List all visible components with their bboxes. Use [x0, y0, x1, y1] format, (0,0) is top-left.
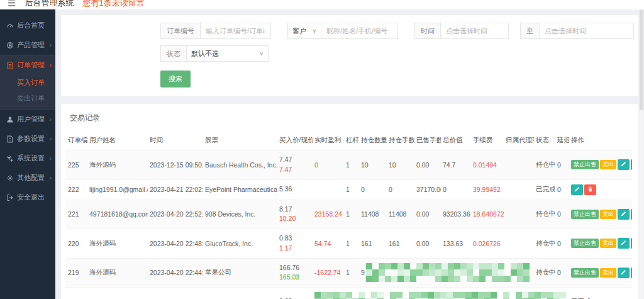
cell-time: 2023-04-20 22:48:06: [148, 229, 203, 259]
cell-delay: 0: [555, 258, 569, 288]
col-hold-qty: 持仓数量: [359, 131, 387, 150]
cell-user-name: 海外源码: [87, 150, 148, 180]
forbid-button[interactable]: 禁止出售: [571, 268, 599, 278]
edit-button[interactable]: [618, 209, 630, 220]
chevron-right-icon: ›: [50, 174, 52, 181]
table-title: 交易记录: [66, 110, 633, 131]
edit-button[interactable]: [618, 238, 630, 249]
menu-toggle-icon[interactable]: ☰: [8, 0, 16, 9]
order-no-label: 订单编号: [160, 23, 201, 39]
sidebar-item-label: 安全退出: [17, 193, 45, 202]
sell-button[interactable]: 卖出: [600, 210, 616, 219]
config-icon: [6, 174, 14, 182]
table-body: 225海外源码2023-12-15 09:50:39Bausch Health …: [66, 150, 633, 299]
scrollbar-track[interactable]: [640, 9, 643, 299]
sidebar-item-label: 后台首页: [17, 21, 45, 30]
customer-type-select[interactable]: 客户∨: [287, 23, 321, 39]
cell-time: 2023-04-20 22:44:55: [148, 258, 203, 288]
sell-button[interactable]: 卖出: [600, 160, 616, 169]
cell-agent: [504, 179, 534, 200]
cell-buy-current-price: 5.36: [277, 179, 313, 200]
delete-button[interactable]: [631, 238, 632, 249]
sidebar-subitem-0[interactable]: 买入订单: [0, 75, 55, 91]
status-select[interactable]: 默认不选∨: [187, 45, 269, 62]
delete-button[interactable]: [631, 209, 632, 220]
sidebar-item-0[interactable]: 后台首页: [0, 16, 55, 35]
cell-user-name: 海外源码: [87, 229, 148, 259]
chevron-right-icon: ›: [50, 155, 52, 162]
cell-stock: Bausch Health Cos., Inc.: [203, 150, 277, 180]
delete-button[interactable]: [631, 268, 632, 278]
sidebar-group: 产品管理›: [0, 35, 55, 55]
sidebar-subitem-1[interactable]: 卖出订单: [0, 91, 55, 106]
sidebar-group: 后台首页: [0, 16, 55, 35]
cell-agent: [504, 200, 534, 229]
cell-buy-current-price: 8.1710.20: [277, 200, 313, 229]
order-icon: [6, 62, 14, 69]
edit-button[interactable]: [571, 184, 583, 195]
cell-delay: 0: [555, 229, 569, 259]
cell-hold-qty: 11408: [359, 200, 387, 229]
forbid-button[interactable]: 禁止出售: [571, 160, 599, 169]
pencil-icon: [621, 240, 626, 247]
time-end-input[interactable]: [540, 23, 634, 39]
table-row-221: 221497181618@qq.com2023-04-20 22:52:3290…: [66, 200, 633, 229]
cell-user-name: 497181618@qq.com: [87, 288, 148, 299]
sidebar-item-4[interactable]: 参数设置›: [0, 129, 55, 149]
sidebar-item-2[interactable]: 订单管理›: [0, 55, 55, 75]
table-row-222: 222lijing1991.0@gmail.com2023-04-21 22:0…: [66, 179, 633, 200]
cell-fee: 0.01494: [471, 150, 504, 180]
sidebar-group: 订单管理›买入订单卖出订单: [0, 55, 55, 110]
cell-delay: 0: [555, 179, 569, 200]
pencil-icon: [621, 211, 626, 218]
cell-realtime-profit: -1622.74: [313, 258, 344, 288]
sell-button[interactable]: 卖出: [600, 239, 616, 248]
cell-time: 2023-12-15 09:50:39: [148, 150, 203, 180]
unread-message-link[interactable]: 您有1条未读留言: [82, 0, 144, 9]
sidebar-item-3[interactable]: 用户管理›: [0, 110, 55, 129]
chevron-right-icon: ›: [50, 62, 52, 69]
col-total-value: 总价值: [441, 131, 471, 150]
sidebar-item-7[interactable]: 安全退出: [0, 188, 55, 207]
scrollbar-thumb[interactable]: [640, 9, 643, 110]
sell-button[interactable]: 卖出: [600, 268, 616, 278]
chevron-right-icon: ›: [50, 116, 52, 123]
order-no-input[interactable]: [201, 23, 271, 39]
pencil-icon: [621, 269, 626, 276]
delete-button[interactable]: [584, 184, 596, 195]
table-header-row: 订单编号用户姓名时间股票买入价/现价实时盈利杠杆持仓数量持仓手数已售手数总价值手…: [66, 131, 633, 150]
edit-button[interactable]: [618, 159, 630, 170]
forbid-button[interactable]: 禁止出售: [571, 239, 599, 248]
cell-agent: [504, 150, 534, 180]
params-icon: [6, 135, 14, 143]
sidebar-group: 其他配置›: [0, 168, 55, 188]
cell-realtime-profit: 0: [313, 150, 344, 180]
customer-input[interactable]: [321, 23, 398, 39]
time-start-input[interactable]: [441, 23, 509, 39]
cell-stock: Achilles Therapeutics Plc: [203, 288, 277, 299]
cell-fee: 39.99492: [471, 179, 504, 200]
sidebar-menu: 后台首页产品管理›订单管理›买入订单卖出订单用户管理›参数设置›系统设置›其他配…: [0, 16, 55, 207]
sidebar-item-5[interactable]: 系统设置›: [0, 149, 55, 168]
sidebar-item-label: 订单管理: [17, 60, 45, 70]
cell-time: 2023-04-21 22:02:32: [148, 179, 203, 200]
sidebar-item-label: 参数设置: [17, 134, 45, 144]
sidebar-item-1[interactable]: 产品管理›: [0, 35, 55, 55]
search-button[interactable]: 搜索: [160, 71, 191, 87]
edit-button[interactable]: [618, 268, 630, 278]
delete-button[interactable]: [631, 159, 632, 170]
table-row-208: 208497181618@qq.com2023-04-19 23:40:52Ac…: [66, 288, 633, 299]
cell-status: 持仓中: [534, 229, 555, 259]
cell-order-no: 222: [66, 179, 87, 200]
cell-actions: 禁止出售卖出: [569, 150, 632, 180]
censored-mosaic: [314, 292, 567, 299]
sidebar-item-6[interactable]: 其他配置›: [0, 168, 55, 188]
cell-stock: GlucoTrack, Inc.: [203, 229, 277, 259]
sidebar-item-label: 产品管理: [17, 40, 45, 50]
forbid-button[interactable]: 禁止出售: [571, 210, 599, 219]
dashboard-icon: [6, 22, 14, 30]
cell-actions: 禁止出售卖出: [569, 200, 632, 229]
col-actions: 操作: [569, 131, 632, 150]
col-delay: 延迟: [555, 131, 569, 150]
cell-order-no: 225: [66, 150, 87, 180]
